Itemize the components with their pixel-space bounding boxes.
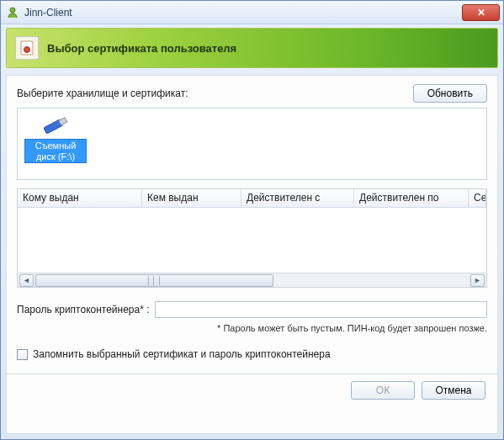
dialog-header: Выбор сертификата пользователя <box>6 28 498 68</box>
scroll-right-button[interactable]: ► <box>470 274 485 287</box>
remember-label: Запомнить выбранный сертификат и пароль … <box>33 348 331 360</box>
password-label: Пароль криптоконтейнера* : <box>17 304 150 315</box>
ok-button-label: ОК <box>376 384 390 396</box>
scroll-track[interactable]: │││ <box>35 274 469 287</box>
remember-row: Запомнить выбранный сертификат и пароль … <box>17 348 487 360</box>
instruction-row: Выберите хранилище и сертификат: Обновит… <box>17 84 487 103</box>
scroll-left-button[interactable]: ◄ <box>19 274 34 287</box>
password-row: Пароль криптоконтейнера* : <box>17 301 487 318</box>
column-issued-by[interactable]: Кем выдан <box>142 189 241 207</box>
close-button[interactable]: ✕ <box>462 4 500 21</box>
column-valid-from[interactable]: Действителен с <box>241 189 354 207</box>
certificate-icon <box>15 36 39 60</box>
certificate-table-body[interactable] <box>18 208 486 273</box>
cancel-button-label: Отмена <box>435 384 471 396</box>
certificate-table[interactable]: Кому выдан Кем выдан Действителен с Дейс… <box>17 188 487 288</box>
dialog-body: Выберите хранилище и сертификат: Обновит… <box>6 75 498 434</box>
ok-button[interactable]: ОК <box>351 381 415 400</box>
storage-item-label: Съемный диск (F:\) <box>24 139 87 163</box>
storage-item-removable-disk[interactable]: Съемный диск (F:\) <box>24 114 87 163</box>
svg-point-0 <box>10 8 15 13</box>
password-input[interactable] <box>155 301 487 318</box>
usb-drive-icon <box>24 114 87 137</box>
refresh-button-label: Обновить <box>427 87 473 99</box>
scroll-thumb[interactable]: │││ <box>35 274 273 287</box>
remember-checkbox[interactable] <box>17 349 28 360</box>
instruction-label: Выберите хранилище и сертификат: <box>17 87 188 99</box>
window-title: Jinn-Client <box>24 7 462 19</box>
password-hint: * Пароль может быть пустым. ПИН-код буде… <box>17 323 487 333</box>
dialog-title: Выбор сертификата пользователя <box>47 42 236 55</box>
close-icon: ✕ <box>477 7 485 19</box>
horizontal-scrollbar[interactable]: ◄ │││ ► <box>18 273 486 287</box>
titlebar: Jinn-Client ✕ <box>1 1 503 24</box>
column-serial-truncated[interactable]: Се <box>469 189 486 207</box>
window-frame: Jinn-Client ✕ Выбор сертификата пользова… <box>0 0 504 440</box>
certificate-table-header: Кому выдан Кем выдан Действителен с Дейс… <box>18 189 486 208</box>
dialog-footer: ОК Отмена <box>17 374 487 401</box>
column-valid-to[interactable]: Действителен по <box>354 189 469 207</box>
refresh-button[interactable]: Обновить <box>413 84 487 103</box>
cancel-button[interactable]: Отмена <box>422 381 485 400</box>
svg-point-2 <box>24 47 30 53</box>
storage-list[interactable]: Съемный диск (F:\) <box>17 108 487 180</box>
app-icon <box>6 6 19 19</box>
column-issued-to[interactable]: Кому выдан <box>18 189 142 207</box>
